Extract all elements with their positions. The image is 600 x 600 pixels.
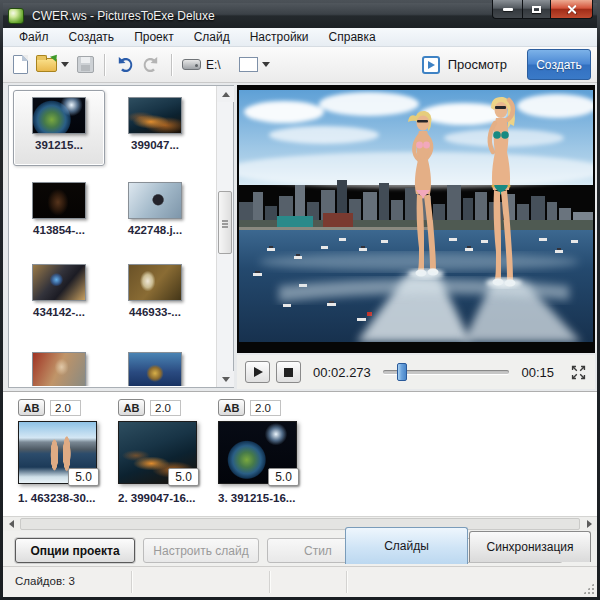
file-name: 422748.j... — [128, 224, 182, 236]
scroll-right-arrow-icon[interactable] — [581, 517, 597, 531]
preview-button[interactable]: Просмотр — [412, 53, 517, 77]
transition-time-field[interactable]: 2.0 — [50, 400, 81, 416]
file-grid: 391215... 399047... 413854-... 422748.j.… — [10, 87, 215, 386]
menu-file[interactable]: Файл — [9, 29, 59, 45]
undo-icon — [115, 55, 134, 74]
slide-thumbnail[interactable]: 5.0 — [18, 421, 97, 484]
redo-icon — [142, 55, 161, 74]
open-dropdown-icon[interactable] — [61, 62, 69, 67]
slide-caption: 3. 391215-16... — [218, 492, 300, 504]
scroll-down-arrow-icon[interactable] — [217, 371, 234, 387]
stop-icon — [284, 368, 293, 377]
drive-select-button[interactable]: E:\ — [178, 51, 225, 79]
new-document-icon — [13, 55, 28, 74]
file-item[interactable]: 413854-... — [13, 175, 105, 251]
transition-time-field[interactable]: 2.0 — [150, 400, 181, 416]
view-dropdown-icon[interactable] — [262, 62, 270, 67]
file-thumbnail[interactable] — [32, 97, 86, 134]
app-logo-icon — [8, 8, 24, 24]
seek-slider[interactable] — [383, 363, 510, 381]
caption-buttons — [492, 0, 593, 19]
slide-thumbnail[interactable]: 5.0 — [118, 421, 197, 484]
scrollbar-thumb[interactable] — [218, 191, 232, 254]
file-name: 399047... — [131, 139, 179, 151]
slide-duration-badge[interactable]: 5.0 — [68, 468, 99, 486]
status-separator — [269, 571, 270, 593]
app-window: CWER.ws - PicturesToExe Deluxe Файл Созд… — [0, 0, 600, 600]
tab-slides[interactable]: Слайды — [345, 527, 468, 564]
slide-caption: 1. 463238-30... — [18, 492, 100, 504]
slide-duration-badge[interactable]: 5.0 — [168, 468, 199, 486]
timeline-slide[interactable]: AB 2.0 5.0 2. 399047-16... — [118, 399, 200, 504]
slide-timeline: AB 2.0 5.0 1. 463238-30... AB 2.0 5.0 2.… — [3, 391, 597, 516]
file-list-scrollbar[interactable] — [216, 86, 233, 387]
menu-settings[interactable]: Настройки — [240, 29, 319, 45]
menu-slide[interactable]: Слайд — [184, 29, 240, 45]
menu-help[interactable]: Справка — [319, 29, 386, 45]
preview-image — [239, 90, 593, 342]
transition-time-field[interactable]: 2.0 — [250, 400, 281, 416]
fullscreen-icon[interactable] — [570, 364, 587, 381]
toolbar: E:\ Просмотр Создать — [3, 47, 597, 83]
file-thumbnail[interactable] — [128, 182, 182, 219]
slide-duration-badge[interactable]: 5.0 — [268, 468, 299, 486]
file-name: 413854-... — [33, 224, 85, 236]
stop-button[interactable] — [276, 361, 301, 383]
close-button[interactable] — [551, 0, 593, 19]
create-button[interactable]: Создать — [527, 49, 591, 80]
menu-create[interactable]: Создать — [59, 29, 125, 45]
bottom-controls: Опции проекта Настроить слайд Стил △ Сла… — [3, 531, 597, 566]
file-item[interactable] — [109, 345, 201, 386]
open-project-button[interactable] — [32, 51, 73, 79]
drive-icon — [182, 59, 201, 70]
project-options-button[interactable]: Опции проекта — [15, 538, 135, 563]
play-button[interactable] — [245, 361, 270, 383]
menu-project[interactable]: Проект — [124, 29, 184, 45]
window-title: CWER.ws - PicturesToExe Deluxe — [32, 9, 215, 23]
status-separator — [346, 571, 347, 593]
file-thumbnail[interactable] — [32, 352, 86, 386]
new-project-button[interactable] — [9, 51, 32, 79]
file-item[interactable]: 446933-... — [109, 257, 201, 333]
drive-label: E:\ — [206, 58, 221, 72]
file-item[interactable]: 422748.j... — [109, 175, 201, 251]
redo-button — [138, 51, 165, 79]
close-icon — [566, 4, 577, 15]
file-item[interactable]: 391215... — [13, 90, 105, 166]
file-item[interactable]: 399047... — [109, 90, 201, 166]
timeline-slide[interactable]: AB 2.0 5.0 1. 463238-30... — [18, 399, 100, 504]
file-thumbnail[interactable] — [32, 264, 86, 301]
file-thumbnail[interactable] — [128, 264, 182, 301]
scrollbar-thumb[interactable] — [20, 518, 580, 530]
transition-ab-button[interactable]: AB — [118, 399, 145, 416]
file-name: 446933-... — [129, 306, 181, 318]
timeline-scrollbar[interactable] — [3, 516, 597, 531]
slide-thumbnail[interactable]: 5.0 — [218, 421, 297, 484]
file-thumbnail[interactable] — [128, 352, 182, 386]
current-time: 00:02.273 — [313, 365, 371, 380]
total-time: 00:15 — [521, 365, 554, 380]
status-separator — [131, 571, 132, 593]
transition-ab-button[interactable]: AB — [18, 399, 45, 416]
tab-synchronization[interactable]: Синхронизация — [469, 531, 591, 562]
scroll-left-arrow-icon[interactable] — [3, 517, 19, 531]
undo-button[interactable] — [111, 51, 138, 79]
customize-slide-button: Настроить слайд — [143, 538, 259, 563]
seek-thumb[interactable] — [397, 363, 407, 381]
timeline-slide[interactable]: AB 2.0 5.0 3. 391215-16... — [218, 399, 300, 504]
view-mode-button[interactable] — [235, 51, 274, 79]
resize-grip[interactable] — [583, 583, 594, 594]
transition-ab-button[interactable]: AB — [218, 399, 245, 416]
file-thumbnail[interactable] — [32, 182, 86, 219]
file-thumbnail[interactable] — [128, 97, 182, 134]
maximize-icon — [532, 6, 541, 13]
slide-caption: 2. 399047-16... — [118, 492, 200, 504]
minimize-button[interactable] — [492, 0, 522, 19]
preview-pane — [237, 85, 595, 353]
file-item[interactable] — [13, 345, 105, 386]
save-button — [73, 51, 98, 79]
scroll-up-arrow-icon[interactable] — [217, 86, 234, 102]
maximize-button[interactable] — [522, 0, 551, 19]
file-item[interactable]: 434142-... — [13, 257, 105, 333]
file-name: 391215... — [35, 139, 83, 151]
